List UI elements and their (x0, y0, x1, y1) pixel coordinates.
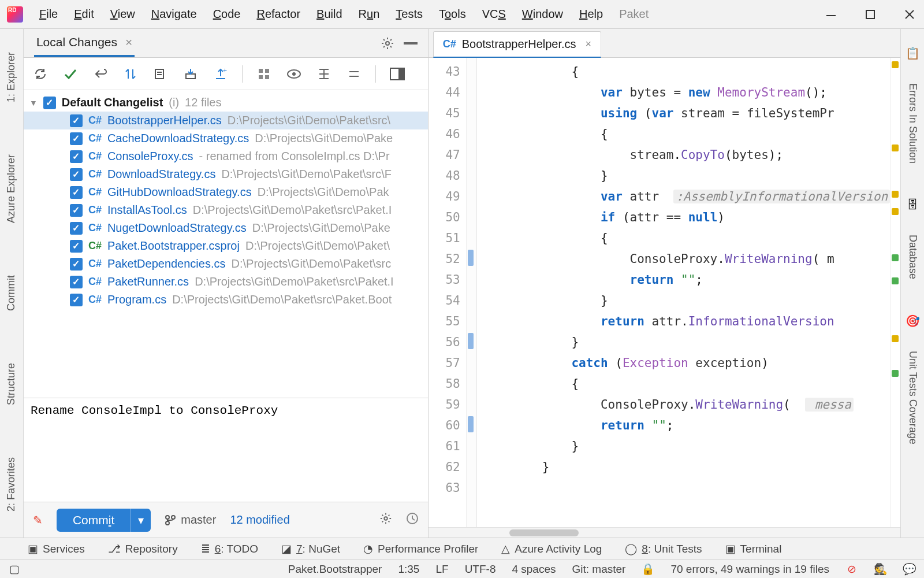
tab-local-changes[interactable]: Local Changes× (34, 29, 135, 57)
tool-windows-toggle-icon[interactable]: ▢ (8, 563, 21, 576)
menu-tools[interactable]: Tools (439, 8, 466, 21)
changed-file-row[interactable]: C#BootstrapperHelper.cs D:\Projects\Git\… (24, 112, 428, 129)
changelist-header[interactable]: ▼ Default Changelist (i) 12 files (24, 94, 428, 112)
file-checkbox[interactable] (70, 150, 83, 163)
unshelve-icon[interactable]: + (212, 65, 229, 83)
inspector-icon[interactable]: 🕵 (874, 563, 887, 576)
changed-file-row[interactable]: C#DownloadStrategy.cs D:\Projects\Git\De… (24, 165, 428, 183)
view-options-icon[interactable] (285, 65, 303, 83)
collapse-all-icon[interactable] (345, 65, 363, 83)
file-checkbox[interactable] (70, 240, 83, 253)
menu-paket[interactable]: Paket (619, 8, 649, 21)
file-checkbox[interactable] (70, 168, 83, 181)
changes-tree[interactable]: ▼ Default Changelist (i) 12 files C#Boot… (24, 90, 428, 398)
status-encoding[interactable]: UTF-8 (465, 563, 496, 576)
changed-file-row[interactable]: C#NugetDownloadStrategy.cs D:\Projects\G… (24, 219, 428, 237)
window-close-icon[interactable] (902, 7, 917, 22)
changed-file-row[interactable]: C#Paket.Bootstrapper.csproj D:\Projects\… (24, 237, 428, 255)
tw-terminal[interactable]: ▣ Terminal (725, 542, 782, 555)
rollback-icon[interactable] (92, 65, 109, 83)
menu-vcs[interactable]: VCS (482, 8, 506, 21)
coverage-icon[interactable]: 🎯 (906, 314, 920, 328)
status-project[interactable]: Paket.Bootstrapper (288, 563, 382, 576)
status-indent[interactable]: 4 spaces (512, 563, 556, 576)
expand-arrow-icon[interactable]: ▼ (29, 98, 38, 108)
tw-performance-profiler[interactable]: ◔ Performance Profiler (363, 542, 478, 555)
tw-repository[interactable]: ⎇ Repository (108, 542, 178, 555)
commit-button[interactable]: Commit ▾ (57, 509, 151, 532)
shelve-icon[interactable] (182, 65, 199, 83)
file-checkbox[interactable] (70, 132, 83, 145)
status-line-ending[interactable]: LF (435, 563, 448, 576)
window-maximize-icon[interactable] (863, 7, 878, 22)
refresh-icon[interactable] (32, 65, 49, 83)
changelist-checkbox[interactable] (43, 97, 56, 109)
changed-file-row[interactable]: C#PaketDependencies.cs D:\Projects\Git\D… (24, 255, 428, 273)
tw-unit-tests-coverage[interactable]: Unit Tests Coverage (907, 351, 919, 444)
file-checkbox[interactable] (70, 258, 83, 271)
changed-file-row[interactable]: C#Program.cs D:\Projects\Git\Demo\Paket\… (24, 291, 428, 309)
changed-file-row[interactable]: C#CacheDownloadStrategy.cs D:\Projects\G… (24, 129, 428, 147)
changed-file-row[interactable]: C#ConsoleProxy.cs - renamed from Console… (24, 147, 428, 165)
settings-gear-icon[interactable] (381, 36, 394, 50)
tw-commit[interactable]: Commit (5, 275, 17, 311)
tw-nuget[interactable]: ◪ 7: NuGet (281, 542, 340, 555)
error-stripe[interactable] (890, 58, 900, 527)
menu-help[interactable]: Help (579, 8, 603, 21)
expand-all-icon[interactable] (315, 65, 333, 83)
close-editor-tab-icon[interactable]: × (586, 38, 592, 50)
status-git-branch[interactable]: Git: master (572, 563, 626, 576)
code-editor[interactable]: { var bytes = new MemoryStream(); using … (477, 58, 890, 527)
file-checkbox[interactable] (70, 114, 83, 127)
edit-msg-icon[interactable]: ✎ (33, 513, 43, 527)
menu-code[interactable]: Code (213, 8, 241, 21)
commit-dropdown-icon[interactable]: ▾ (131, 509, 151, 532)
tw-database[interactable]: Database (907, 235, 919, 279)
editor-horizontal-scrollbar[interactable] (429, 527, 900, 538)
file-checkbox[interactable] (70, 204, 83, 217)
inspection-off-icon[interactable]: ⊘ (845, 563, 858, 576)
menu-edit[interactable]: Edit (74, 8, 94, 21)
changelist-icon[interactable] (152, 65, 169, 83)
file-checkbox[interactable] (70, 222, 83, 235)
close-tab-icon[interactable]: × (125, 35, 132, 49)
changed-file-row[interactable]: C#InstallAsTool.cs D:\Projects\Git\Demo\… (24, 201, 428, 219)
errors-solution-icon[interactable]: 📋 (906, 46, 920, 60)
commit-options-gear-icon[interactable] (379, 512, 392, 528)
status-caret-pos[interactable]: 1:35 (398, 563, 419, 576)
tw-explorer[interactable]: 1: Explorer (5, 52, 17, 102)
file-checkbox[interactable] (70, 294, 83, 306)
database-icon[interactable]: 🗄 (907, 198, 918, 212)
menu-file[interactable]: File (39, 8, 58, 21)
tw-structure[interactable]: Structure (5, 363, 17, 405)
menu-navigate[interactable]: Navigate (151, 8, 197, 21)
commit-history-icon[interactable] (406, 512, 419, 528)
menu-build[interactable]: Build (316, 8, 342, 21)
notifications-icon[interactable]: 💬 (903, 563, 916, 576)
preview-diff-icon[interactable] (389, 65, 406, 83)
file-checkbox[interactable] (70, 276, 83, 288)
tw-favorites[interactable]: 2: Favorites (5, 457, 17, 512)
diff-icon[interactable] (122, 65, 139, 83)
window-minimize-icon[interactable] (824, 7, 839, 22)
menu-run[interactable]: Run (359, 8, 380, 21)
commit-message-input[interactable] (24, 398, 428, 502)
tw-services[interactable]: ▣ Services (28, 542, 85, 555)
commit-check-icon[interactable] (62, 65, 79, 83)
tw-errors-in-solution[interactable]: Errors In Solution (907, 83, 919, 164)
lock-icon[interactable]: 🔒 (642, 563, 654, 576)
editor-tab[interactable]: C# BootstrapperHelper.cs × (433, 31, 601, 58)
menu-window[interactable]: Window (522, 8, 563, 21)
modified-count[interactable]: 12 modified (230, 513, 289, 527)
menu-refactor[interactable]: Refactor (256, 8, 300, 21)
hide-panel-icon[interactable] (404, 42, 418, 45)
changed-file-row[interactable]: C#PaketRunner.cs D:\Projects\Git\Demo\Pa… (24, 273, 428, 291)
branch-indicator[interactable]: master (165, 513, 216, 527)
menu-tests[interactable]: Tests (396, 8, 423, 21)
changed-file-row[interactable]: C#GitHubDownloadStrategy.cs D:\Projects\… (24, 183, 428, 201)
tw-azure-activity-log[interactable]: △ Azure Activity Log (501, 542, 602, 555)
file-checkbox[interactable] (70, 186, 83, 199)
menu-view[interactable]: View (110, 8, 135, 21)
status-analysis[interactable]: 70 errors, 49 warnings in 19 files (670, 563, 829, 576)
group-by-icon[interactable] (255, 65, 273, 83)
